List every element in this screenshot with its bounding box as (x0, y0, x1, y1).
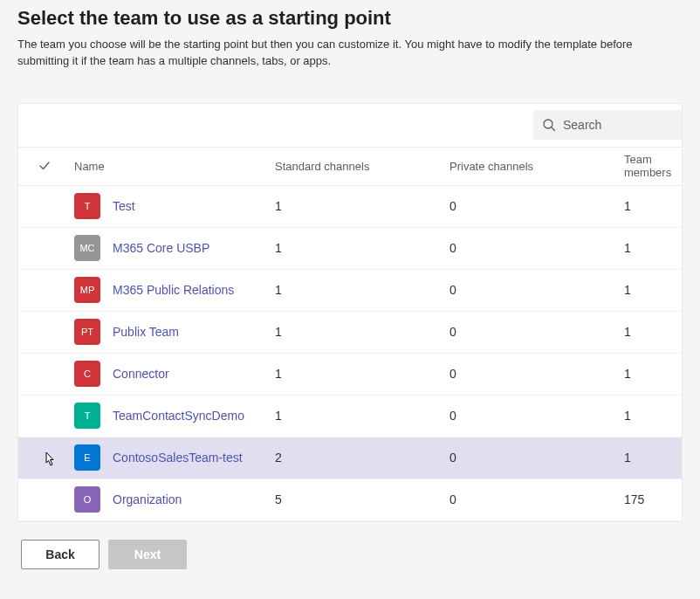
team-name-link[interactable]: Connector (113, 367, 169, 381)
toolbar (18, 104, 682, 148)
search-box[interactable] (533, 110, 682, 140)
team-avatar: T (74, 403, 100, 429)
name-cell: PTPublix Team (71, 319, 271, 345)
column-private-channels[interactable]: Private channels (446, 160, 621, 173)
search-input[interactable] (563, 118, 673, 132)
table-row[interactable]: MPM365 Public Relations101 (18, 270, 682, 312)
standard-channels-cell: 1 (271, 367, 446, 381)
team-members-cell: 1 (621, 283, 682, 297)
team-picker-panel: Name Standard channels Private channels … (17, 103, 683, 522)
team-members-cell: 1 (621, 451, 682, 465)
page-subtitle: The team you choose will be the starting… (17, 37, 681, 87)
table-row[interactable]: TTeamContactSyncDemo101 (18, 396, 682, 437)
team-members-cell: 1 (621, 199, 682, 213)
column-name[interactable]: Name (71, 160, 271, 173)
standard-channels-cell: 1 (271, 199, 446, 213)
footer-actions: Back Next (17, 522, 683, 569)
name-cell: MCM365 Core USBP (71, 235, 271, 261)
next-button[interactable]: Next (108, 540, 187, 569)
team-name-link[interactable]: ContosoSalesTeam-test (113, 451, 243, 465)
column-team-members[interactable]: Team members (621, 153, 682, 179)
name-cell: EContosoSalesTeam-test (71, 444, 271, 471)
back-button[interactable]: Back (21, 540, 100, 569)
private-channels-cell: 0 (446, 367, 621, 381)
name-cell: CConnector (71, 361, 271, 387)
table-row[interactable]: CConnector101 (18, 354, 682, 396)
standard-channels-cell: 5 (271, 492, 446, 506)
team-name-link[interactable]: M365 Core USBP (113, 241, 209, 255)
pointer-cursor-icon (41, 451, 57, 470)
team-avatar: T (74, 193, 100, 219)
team-name-link[interactable]: M365 Public Relations (113, 283, 234, 297)
team-name-link[interactable]: TeamContactSyncDemo (113, 409, 244, 423)
private-channels-cell: 0 (446, 325, 621, 339)
name-cell: TTest (71, 193, 271, 219)
private-channels-cell: 0 (446, 241, 621, 255)
team-avatar: MP (74, 277, 100, 303)
select-all-column[interactable] (18, 160, 71, 172)
table-row[interactable]: MCM365 Core USBP101 (18, 228, 682, 270)
name-cell: TTeamContactSyncDemo (71, 403, 271, 429)
checkmark-icon (38, 160, 51, 172)
teams-table: Name Standard channels Private channels … (18, 148, 682, 521)
team-name-link[interactable]: Test (113, 199, 135, 213)
team-name-link[interactable]: Organization (113, 492, 182, 506)
name-cell: OOrganization (71, 486, 271, 513)
svg-line-1 (552, 127, 555, 131)
private-channels-cell: 0 (446, 451, 621, 465)
page-title: Select the team to use as a starting poi… (17, 0, 683, 37)
standard-channels-cell: 1 (271, 241, 446, 255)
team-avatar: O (74, 486, 100, 513)
name-cell: MPM365 Public Relations (71, 277, 271, 303)
table-row[interactable]: TTest101 (18, 186, 682, 228)
team-avatar: MC (74, 235, 100, 261)
search-icon (542, 118, 556, 132)
team-avatar: C (74, 361, 100, 387)
team-members-cell: 1 (621, 241, 682, 255)
table-row[interactable]: EContosoSalesTeam-test201 (18, 437, 682, 479)
table-row[interactable]: PTPublix Team101 (18, 312, 682, 354)
private-channels-cell: 0 (446, 492, 621, 506)
svg-point-0 (544, 120, 552, 128)
standard-channels-cell: 2 (271, 451, 446, 465)
standard-channels-cell: 1 (271, 325, 446, 339)
team-members-cell: 175 (621, 492, 682, 506)
team-name-link[interactable]: Publix Team (113, 325, 179, 339)
standard-channels-cell: 1 (271, 283, 446, 297)
column-standard-channels[interactable]: Standard channels (271, 160, 446, 173)
team-avatar: PT (74, 319, 100, 345)
private-channels-cell: 0 (446, 199, 621, 213)
table-header: Name Standard channels Private channels … (18, 148, 682, 186)
private-channels-cell: 0 (446, 283, 621, 297)
table-row[interactable]: OOrganization50175 (18, 479, 682, 521)
standard-channels-cell: 1 (271, 409, 446, 423)
team-members-cell: 1 (621, 325, 682, 339)
team-avatar: E (74, 444, 100, 471)
team-members-cell: 1 (621, 367, 682, 381)
private-channels-cell: 0 (446, 409, 621, 423)
team-members-cell: 1 (621, 409, 682, 423)
